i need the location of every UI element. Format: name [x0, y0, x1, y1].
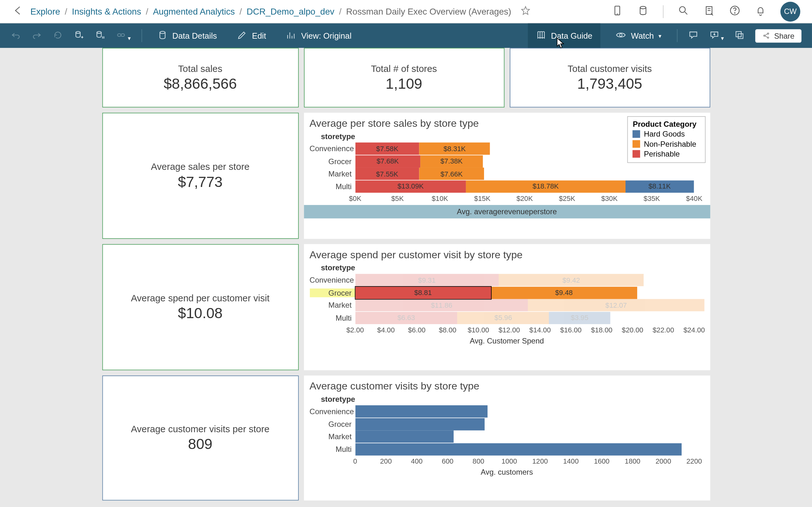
- kpi-label: Total customer visits: [567, 63, 652, 74]
- svg-point-10: [734, 12, 735, 13]
- link-icon[interactable]: ▾: [116, 30, 131, 42]
- chart-avg-visits-by-store-type[interactable]: Average customer visits by store type st…: [304, 376, 710, 500]
- breadcrumb-current: Rossman Daily Exec Overview (Averages): [346, 6, 511, 16]
- bar-segment[interactable]: $12.07: [528, 299, 704, 312]
- bar-segment[interactable]: $9.31: [355, 274, 499, 286]
- data-pause-icon[interactable]: [95, 30, 105, 42]
- bar-row[interactable]: Convenience$7.58K$8.31K: [310, 143, 704, 155]
- kpi-label: Average customer visits per store: [131, 424, 270, 434]
- kpi-avg-sales-per-store[interactable]: Average sales per store $7,773: [102, 113, 299, 239]
- back-icon[interactable]: [12, 4, 25, 19]
- mobile-icon[interactable]: [612, 4, 623, 18]
- kpi-avg-spend-per-visit[interactable]: Average spend per customer visit $10.08: [102, 244, 299, 370]
- bar-row[interactable]: Multi$6.63$5.96$3.95: [310, 312, 704, 324]
- search-icon[interactable]: [677, 4, 689, 18]
- favorite-icon[interactable]: [520, 5, 531, 18]
- svg-rect-17: [117, 34, 121, 36]
- bar-row[interactable]: Grocer$7.68K$7.38K: [310, 155, 704, 167]
- svg-point-20: [620, 34, 622, 36]
- bar-segment[interactable]: $3.95: [549, 312, 610, 324]
- bar-segment[interactable]: $5.96: [457, 312, 549, 324]
- svg-point-11: [76, 31, 80, 33]
- download-icon[interactable]: ▾: [709, 30, 724, 42]
- bar-row[interactable]: Convenience$9.31$9.42: [310, 274, 704, 286]
- chart-avg-spend-by-store-type[interactable]: Average spend per customer visit by stor…: [304, 244, 710, 370]
- kpi-total-stores[interactable]: Total # of stores 1,109: [304, 48, 504, 107]
- help-icon[interactable]: [729, 4, 741, 18]
- bar-segment[interactable]: $11.86: [355, 299, 528, 312]
- bar-row[interactable]: Multi: [310, 443, 704, 455]
- bell-icon[interactable]: [755, 4, 766, 18]
- share-button[interactable]: Share: [756, 29, 802, 42]
- view-button[interactable]: View: Original: [281, 27, 356, 44]
- svg-point-25: [768, 37, 769, 38]
- bar-row[interactable]: Convenience: [310, 405, 704, 418]
- chart-title: Average spend per customer visit by stor…: [310, 249, 704, 261]
- chart-avg-sales-by-store-type[interactable]: Average per store sales by store type Pr…: [304, 113, 710, 239]
- axis-label: Avg. averagerevenueperstore: [304, 205, 710, 218]
- axis-label: Avg. customers: [310, 467, 704, 476]
- bar-segment[interactable]: $8.81: [355, 286, 491, 299]
- bar-segment[interactable]: $9.48: [491, 286, 637, 299]
- undo-icon[interactable]: [10, 30, 21, 42]
- svg-point-3: [679, 6, 685, 12]
- svg-point-14: [97, 31, 101, 33]
- kpi-value: $8,866,566: [164, 75, 237, 92]
- bar-segment[interactable]: $7.68K: [355, 155, 420, 167]
- kpi-value: 1,109: [386, 75, 422, 92]
- kpi-avg-visits-per-store[interactable]: Average customer visits per store 809: [102, 376, 299, 500]
- data-add-icon[interactable]: [73, 30, 84, 42]
- bar-row[interactable]: Multi$13.09K$18.78K$8.11K: [310, 180, 704, 193]
- bar-segment[interactable]: $9.42: [499, 274, 644, 286]
- bar-row[interactable]: Market: [310, 430, 704, 443]
- bar-row[interactable]: Market$7.55K$7.66K: [310, 168, 704, 180]
- kpi-value: $10.08: [178, 304, 223, 321]
- legend-item[interactable]: Hard Goods: [644, 130, 685, 138]
- kpi-total-sales[interactable]: Total sales $8,866,566: [102, 48, 299, 107]
- kpi-value: 809: [188, 435, 212, 452]
- breadcrumb-item[interactable]: Insights & Actions: [72, 6, 141, 16]
- database-icon[interactable]: [637, 4, 649, 18]
- notes-icon[interactable]: [703, 4, 715, 18]
- breadcrumb: Explore/ Insights & Actions/ Augmented A…: [31, 6, 511, 16]
- bar-segment[interactable]: [355, 418, 485, 430]
- data-guide-button[interactable]: Data Guide: [527, 23, 600, 48]
- bar-segment[interactable]: $18.78K: [466, 180, 625, 193]
- bar-segment[interactable]: $7.66K: [419, 168, 484, 180]
- top-bar: Explore/ Insights & Actions/ Augmented A…: [0, 0, 812, 23]
- bar-segment[interactable]: [355, 443, 682, 455]
- bar-segment[interactable]: $8.31K: [419, 143, 490, 155]
- comment-icon[interactable]: [688, 30, 698, 42]
- breadcrumb-item[interactable]: DCR_Demo_alpo_dev: [247, 6, 335, 16]
- redo-icon[interactable]: [32, 30, 42, 42]
- bar-segment[interactable]: $7.58K: [355, 143, 420, 155]
- kpi-label: Total # of stores: [371, 63, 437, 74]
- bar-row[interactable]: Grocer: [310, 418, 704, 430]
- bar-segment[interactable]: [355, 430, 454, 443]
- breadcrumb-item[interactable]: Augmented Analytics: [153, 6, 235, 16]
- revert-icon[interactable]: [53, 30, 63, 42]
- kpi-label: Average spend per customer visit: [131, 293, 270, 303]
- svg-rect-21: [736, 32, 742, 37]
- watch-button[interactable]: Watch ▾: [611, 27, 666, 44]
- breadcrumb-item[interactable]: Explore: [31, 6, 60, 16]
- svg-line-26: [765, 34, 768, 35]
- svg-point-23: [764, 35, 765, 36]
- data-details-button[interactable]: Data Details: [153, 27, 222, 44]
- fullscreen-icon[interactable]: [734, 30, 745, 42]
- bar-segment[interactable]: $7.55K: [355, 168, 419, 180]
- bar-segment[interactable]: $7.38K: [420, 155, 483, 167]
- bar-row[interactable]: Market$11.86$12.07: [310, 299, 704, 312]
- edit-button[interactable]: Edit: [232, 27, 271, 44]
- bar-segment[interactable]: $6.63: [355, 312, 457, 324]
- bar-segment[interactable]: $13.09K: [355, 180, 466, 193]
- bar-row[interactable]: Grocer$8.81$9.48: [310, 286, 704, 299]
- bar-segment[interactable]: [355, 405, 488, 418]
- svg-line-27: [765, 36, 768, 37]
- axis-label: Avg. Customer Spend: [310, 336, 704, 345]
- kpi-total-visits[interactable]: Total customer visits 1,793,405: [509, 48, 710, 107]
- chart-title: Average customer visits by store type: [310, 380, 704, 393]
- bar-segment[interactable]: $8.11K: [625, 180, 694, 193]
- avatar[interactable]: CW: [780, 2, 800, 21]
- svg-rect-22: [739, 34, 743, 38]
